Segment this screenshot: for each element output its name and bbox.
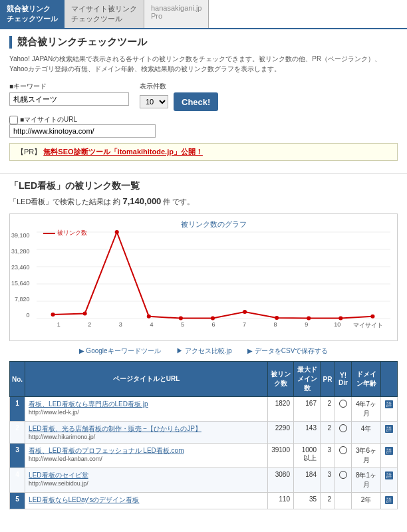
th-title: ページタイトルとURL [25, 362, 268, 397]
x-label-4: 4 [136, 321, 168, 330]
x-label-2: 2 [74, 321, 106, 330]
cell-title: 看板、LED看板のプロフェッショナル LED看板.comhttp://www.l… [25, 444, 268, 468]
svg-point-9 [147, 315, 151, 319]
cell-title: 看板、LED看板なら専門店のLED看板.jphttp://www.led-k.j… [25, 397, 268, 422]
cell-icon[interactable]: 詳 [381, 397, 398, 422]
cell-icon[interactable]: 詳 [381, 493, 398, 509]
x-label-6: 6 [198, 321, 229, 330]
tab-pro-label: hanasakigani.jpPro [151, 4, 202, 20]
th-domage: ドメイン年齢 [352, 362, 381, 397]
chart-svg [37, 232, 390, 319]
cell-pr: 3 [321, 444, 335, 468]
th-backlinks: 被リンク数 [268, 362, 294, 397]
site-url: http://www.led-kanban.com/ [29, 456, 264, 462]
cell-backlinks: 1820 [268, 397, 294, 422]
pr-text: 【PR】 [17, 148, 41, 156]
cell-icon[interactable]: 詳 [381, 444, 398, 468]
svg-point-13 [275, 316, 279, 320]
svg-point-11 [211, 317, 215, 321]
cell-domain-age: 3年6ヶ月 [352, 444, 381, 468]
site-title-link[interactable]: LED看板のセイビ堂 [29, 471, 88, 479]
cell-ydir [335, 444, 352, 468]
form-row-main: ■キーワード 表示件数 10 20 30 Check! [9, 82, 398, 111]
tab-competitor-label: 競合被リンクチェックツール [7, 5, 58, 23]
count-label: 表示件数 [140, 82, 218, 91]
cell-domain-age: 4年7ヶ月 [352, 397, 381, 422]
keyword-label: ■キーワード [9, 82, 129, 91]
chart-link-google[interactable]: ▶ Googleキーワードツール [79, 347, 161, 354]
keyword-input[interactable] [9, 92, 129, 106]
site-title-link[interactable]: 看板、LED看板のプロフェッショナル LED看板.com [29, 447, 184, 454]
cell-no: 1 [10, 397, 25, 422]
table-row: 5LED看板ならLEDay'sのデザイン看板1103522年詳 [10, 493, 398, 509]
cell-no: 2 [10, 422, 25, 444]
chart-title: 被リンク数のグラフ [37, 219, 390, 229]
cell-ydir [335, 397, 352, 422]
tab-pro[interactable]: hanasakigani.jpPro [144, 0, 209, 28]
detail-icon: 詳 [384, 424, 394, 434]
y-label-3: 15,640 [11, 280, 30, 287]
result-count: 「LED看板」で検索した結果は 約 7,140,000 件 です。 [9, 196, 398, 207]
mysite-label: ■マイサイトのURL [9, 115, 156, 124]
chart-link-sep1 [165, 347, 172, 354]
tab-mysite[interactable]: マイサイト被リンクチェックツール [65, 0, 144, 28]
chart-link-csv[interactable]: ▶ データをCSVで保存する [247, 347, 328, 354]
form-row-mysite: ■マイサイトのURL [9, 115, 398, 138]
tool-title: 競合被リンクチェックツール [9, 36, 398, 49]
cell-title: LED看板のセイビ堂http://www.seibidou.jp/ [25, 468, 268, 493]
site-title-link[interactable]: LED看板ならLEDay'sのデザイン看板 [29, 496, 139, 503]
cell-pr: 2 [321, 422, 335, 444]
chart-container: 被リンク数のグラフ 被リンク数 39,100 31,280 23,460 15,… [9, 213, 398, 341]
x-label-3: 3 [105, 321, 136, 330]
tab-mysite-label: マイサイト被リンクチェックツール [71, 5, 137, 23]
th-no: No. [10, 362, 25, 397]
y-label-5: 0 [11, 312, 30, 319]
svg-point-10 [179, 317, 183, 321]
site-title-link[interactable]: 看板、LED看板なら専門店のLED看板.jp [29, 400, 148, 408]
keyword-group: ■キーワード [9, 82, 129, 106]
th-pr: PR [321, 362, 335, 397]
result-table: No. ページタイトルとURL 被リンク数 最大ドメイン数 PR Y!Dir ド… [9, 361, 398, 509]
pr-link[interactable]: 無料SEO診断ツール「itomakihitode.jp」公開！ [43, 148, 203, 156]
mysite-input[interactable] [9, 124, 156, 138]
svg-point-14 [307, 317, 311, 321]
th-maxdomain: 最大ドメイン数 [294, 362, 321, 397]
cell-no: 3 [10, 444, 25, 468]
ydir-circle [339, 424, 347, 432]
cell-domain-age: 8年1ヶ月 [352, 468, 381, 493]
site-title-link[interactable]: LED看板、光る店舗看板の制作・販売 −【ひかりものJP】 [29, 425, 202, 432]
cell-no: 4 [10, 468, 25, 493]
cell-pr: 2 [321, 397, 335, 422]
y-label-0: 39,100 [11, 232, 30, 239]
svg-point-6 [51, 313, 55, 317]
table-row: 2LED看板、光る店舗看板の制作・販売 −【ひかりものJP】http://www… [10, 422, 398, 444]
ydir-circle [339, 400, 347, 408]
chart-link-access[interactable]: ▶ アクセス比較.jp [176, 347, 231, 354]
cell-max_domain: 184 [294, 468, 321, 493]
cell-domain-age: 4年 [352, 422, 381, 444]
svg-text:詳: 詳 [386, 497, 392, 503]
cell-domain-age: 2年 [352, 493, 381, 509]
result-title: 「LED看板」の被リンク数一覧 [9, 180, 398, 192]
count-check-row: 10 20 30 Check! [140, 92, 218, 111]
chart-area: 39,100 31,280 23,460 15,640 7,820 0 [37, 232, 390, 319]
cell-backlinks: 110 [268, 493, 294, 509]
count-select[interactable]: 10 20 30 [140, 95, 168, 108]
svg-point-7 [83, 311, 87, 315]
cell-icon[interactable]: 詳 [381, 468, 398, 493]
mysite-checkbox[interactable] [9, 116, 18, 124]
cell-ydir [335, 468, 352, 493]
check-button[interactable]: Check! [174, 92, 218, 111]
x-label-mysite: マイサイト [352, 321, 384, 330]
x-label-1: 1 [43, 321, 74, 330]
tab-competitor[interactable]: 競合被リンクチェックツール [0, 0, 65, 28]
cell-ydir [335, 493, 352, 509]
result-section: 「LED看板」の被リンク数一覧 「LED看板」で検索した結果は 約 7,140,… [0, 173, 407, 516]
cell-max_domain: 167 [294, 397, 321, 422]
x-labels: 1 2 3 4 5 6 7 8 9 10 マイサイト [37, 321, 390, 330]
svg-point-15 [339, 317, 342, 321]
th-icon [381, 362, 398, 397]
y-label-2: 23,460 [11, 264, 30, 271]
cell-icon[interactable]: 詳 [381, 422, 398, 444]
y-label-1: 31,280 [11, 248, 30, 255]
